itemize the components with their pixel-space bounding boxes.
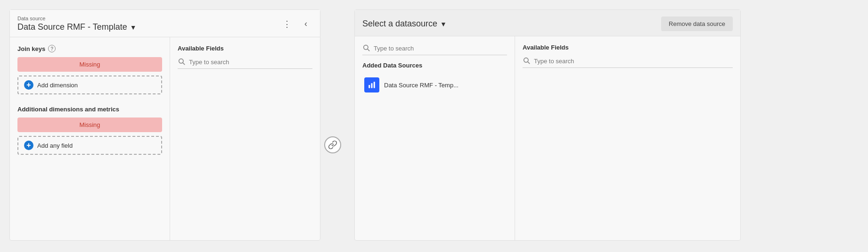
svg-line-8 (528, 62, 530, 64)
right-available-fields-search-box (523, 57, 733, 68)
panel-header-left: Data source Data Source RMF - Template ▼ (17, 16, 137, 32)
link-icon-button[interactable] (324, 136, 341, 153)
datasource-icon (364, 77, 379, 92)
left-sidebar: Join keys ? Missing + Add dimension Addi… (10, 37, 170, 240)
join-keys-title: Join keys ? (17, 45, 162, 52)
data-source-dropdown-arrow: ▼ (130, 24, 137, 31)
right-left-search-input[interactable] (374, 45, 507, 52)
left-search-box (178, 58, 312, 69)
data-source-label: Data source (17, 16, 137, 21)
plus-icon: + (24, 80, 33, 90)
svg-line-1 (183, 63, 185, 65)
right-panel: Select a datasource ▼ Remove data source… (354, 9, 741, 241)
svg-rect-5 (371, 83, 373, 88)
panel-header-actions: ⋮ ‹ (280, 17, 312, 31)
right-available-fields-search-input[interactable] (534, 58, 733, 65)
join-keys-section: Join keys ? Missing + Add dimension (17, 45, 162, 94)
add-field-label: Add any field (37, 142, 73, 149)
right-available-fields-title: Available Fields (523, 44, 733, 51)
left-search-input[interactable] (189, 59, 312, 66)
collapse-button[interactable]: ‹ (299, 17, 312, 31)
right-panel-title-text: Select a datasource (362, 19, 437, 29)
datasource-item[interactable]: Data Source RMF - Temp... (362, 74, 507, 96)
left-search-icon (178, 58, 185, 67)
add-dimension-label: Add dimension (37, 82, 78, 89)
left-panel: Data source Data Source RMF - Template ▼… (9, 9, 320, 241)
left-available-fields-title: Available Fields (178, 45, 312, 52)
added-sources-label: Added Data Sources (362, 62, 507, 69)
additional-dimensions-title: Additional dimensions and metrics (17, 106, 162, 113)
left-panel-body: Join keys ? Missing + Add dimension Addi… (10, 37, 320, 240)
svg-rect-6 (374, 82, 375, 88)
add-field-plus-icon: + (24, 141, 33, 150)
more-options-button[interactable]: ⋮ (280, 17, 294, 31)
right-left-pane: Added Data Sources Data Source RMF - Tem… (355, 36, 515, 240)
join-keys-missing-badge: Missing (17, 57, 162, 72)
datasource-item-name: Data Source RMF - Temp... (384, 82, 459, 89)
data-source-title-button[interactable]: Data Source RMF - Template ▼ (17, 22, 137, 32)
data-source-title-text: Data Source RMF - Template (17, 22, 127, 32)
svg-line-3 (368, 49, 369, 51)
join-keys-help-icon[interactable]: ? (48, 45, 56, 52)
add-any-field-button[interactable]: + Add any field (17, 136, 162, 155)
add-dimension-button[interactable]: + Add dimension (17, 76, 162, 94)
right-available-search-icon (523, 57, 530, 66)
right-panel-body: Added Data Sources Data Source RMF - Tem… (355, 36, 740, 240)
left-panel-header: Data source Data Source RMF - Template ▼… (10, 10, 320, 37)
link-connector (320, 136, 345, 153)
right-search-icon (362, 44, 370, 53)
select-datasource-button[interactable]: Select a datasource ▼ (362, 19, 447, 29)
additional-dimensions-section: Additional dimensions and metrics Missin… (17, 106, 162, 155)
remove-data-source-button[interactable]: Remove data source (661, 17, 733, 31)
right-panel-header: Select a datasource ▼ Remove data source (355, 10, 740, 36)
right-panel-dropdown-arrow: ▼ (440, 20, 447, 28)
right-available-fields-pane: Available Fields (515, 36, 740, 240)
additional-missing-badge: Missing (17, 118, 162, 132)
svg-rect-4 (368, 85, 370, 88)
left-available-fields-pane: Available Fields (170, 37, 320, 240)
right-search-box (362, 44, 507, 55)
